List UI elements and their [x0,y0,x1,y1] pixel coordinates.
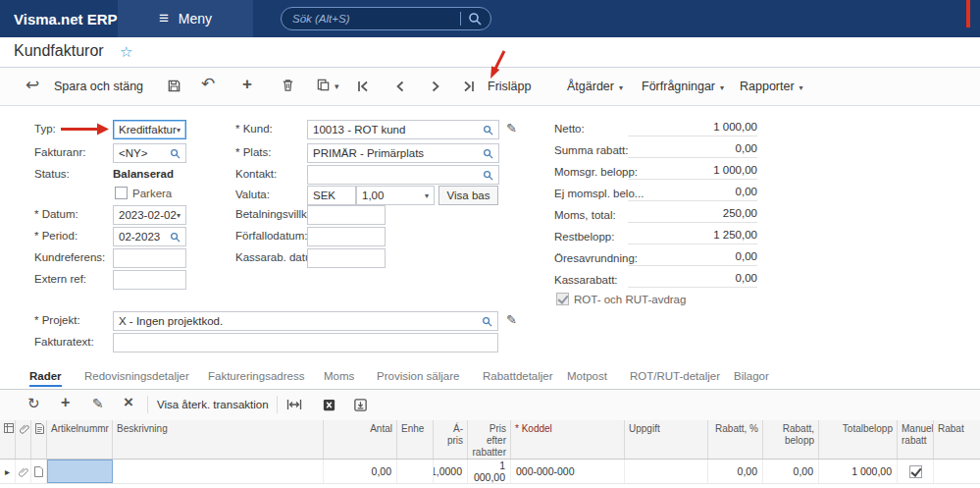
cell-artikelnummer[interactable] [47,460,113,483]
period-field[interactable]: 02-2023 [113,227,186,246]
fakturanr-field[interactable]: <NY> [113,143,186,163]
app-brand-menu[interactable]: Visma.net ERP ▾ [14,0,129,37]
cell-beskrivning[interactable] [113,460,324,483]
betalningsvillkor-input[interactable] [313,209,380,221]
search-icon[interactable] [468,12,482,26]
cell-rabatt-belopp[interactable]: 0,00 [763,460,819,483]
datum-field[interactable]: 2023-02-02 ▾ [113,205,186,225]
kund-field[interactable]: 10013 - ROT kund [307,120,499,139]
export-excel-icon[interactable] [322,398,336,412]
col-header-pris-efter-rabatter[interactable]: Pris efter rabatter [468,420,511,459]
copy-paste-caret-icon[interactable]: ▾ [335,82,339,91]
save-and-close-button[interactable]: Spara och stäng [54,80,143,93]
reports-dropdown[interactable]: Rapporter▾ [740,80,803,93]
col-header-beskrivning[interactable]: Beskrivning [113,420,324,459]
tab-rabattdetaljer[interactable]: Rabattdetaljer [483,370,553,382]
grid-settings-header-cell[interactable] [0,420,16,459]
add-record-icon[interactable]: + [242,76,252,92]
fakturatext-field[interactable] [113,333,498,352]
col-header-rabatt-pct[interactable]: Rabatt, % [708,420,763,459]
betalningsvillkor-field[interactable] [307,205,386,225]
cell-uppgift[interactable] [625,460,708,483]
lookup-icon[interactable] [482,316,492,327]
kassarab-datum-input[interactable] [313,252,380,264]
go-next-icon[interactable] [429,80,442,93]
kassarab-datum-field[interactable] [307,248,386,268]
grid-data-row[interactable]: ▸ 0,00 1,0000 1 000,00 000-000-000 0,00 … [0,460,980,484]
extern-ref-input[interactable] [119,274,181,286]
col-header-rabatt-belopp[interactable]: Rabatt, belopp [763,420,819,459]
tab-bilagor[interactable]: Bilagor [734,370,769,382]
lookup-icon[interactable] [483,170,493,181]
export-file-icon[interactable] [353,398,368,412]
manuell-rabatt-checkbox[interactable] [909,465,922,478]
kundreferens-input[interactable] [119,252,181,264]
visa-bas-button[interactable]: Visa bas [438,186,498,205]
lookup-icon[interactable] [170,232,181,243]
lookup-icon[interactable] [483,148,493,159]
col-header-a-pris[interactable]: Á-pris [434,420,468,459]
main-menu-button[interactable]: ≡ Meny [118,0,253,37]
cell-rabatt-truncated[interactable] [934,460,980,483]
forfallodatum-field[interactable] [307,227,386,246]
tab-motpost[interactable]: Motpost [567,370,607,382]
undo-icon[interactable]: ↶ [201,76,215,92]
col-header-totalbelopp[interactable]: Totalbelopp [819,420,898,459]
row-expand-cell[interactable]: ▸ [0,460,16,483]
tab-rot-rut-detaljer[interactable]: ROT/RUT-detaljer [630,370,720,382]
cell-rabatt-pct[interactable]: 0,00 [708,460,763,483]
plats-field[interactable]: PRIMÄR - Primärplats [307,143,499,163]
back-icon[interactable]: ↩ [26,77,39,93]
actions-dropdown[interactable]: Åtgärder▾ [567,80,623,93]
row-attachment-cell[interactable] [16,460,31,483]
col-header-artikelnummer[interactable]: Artikelnummr [47,420,113,459]
kontakt-input[interactable] [313,169,483,181]
cell-pris-efter-rabatter[interactable]: 1 000,00 [468,460,511,483]
typ-select[interactable]: Kreditfaktura ▾ [113,120,186,139]
copy-paste-icon[interactable] [316,78,331,92]
valuta-rate-field[interactable]: 1,00 ▾ [356,186,435,205]
extern-ref-field[interactable] [113,270,186,290]
go-previous-icon[interactable] [393,80,407,93]
fit-width-icon[interactable] [286,398,302,411]
go-first-icon[interactable] [356,80,370,93]
row-note-cell[interactable] [31,460,47,483]
edit-kund-icon[interactable]: ✎ [506,121,517,136]
search-input[interactable] [290,12,453,26]
forfallodatum-input[interactable] [313,231,380,243]
tab-provision-saljare[interactable]: Provision säljare [377,370,459,382]
col-header-enhet[interactable]: Enhe [397,420,434,459]
save-icon[interactable] [167,79,181,93]
tab-redovisningsdetaljer[interactable]: Redovisningsdetaljer [84,370,189,382]
col-header-antal[interactable]: Antal [324,420,397,459]
tab-moms[interactable]: Moms [324,370,354,382]
edit-row-icon[interactable]: ✎ [92,397,104,410]
cell-manuell-rabatt[interactable] [898,460,934,483]
tab-faktureringsadress[interactable]: Faktureringsadress [208,370,304,382]
col-header-koddel[interactable]: * Koddel [511,420,625,459]
col-header-uppgift[interactable]: Uppgift [625,420,708,459]
lookup-icon[interactable] [170,148,181,159]
calendar-dropdown-icon[interactable]: ▾ [177,211,181,220]
favorite-star-icon[interactable]: ☆ [120,43,132,61]
lookup-icon[interactable] [483,125,493,136]
cell-antal[interactable]: 0,00 [324,460,397,483]
col-header-rabatt-truncated[interactable]: Rabat [934,420,980,459]
cell-koddel[interactable]: 000-000-000 [511,460,625,483]
parkera-checkbox[interactable] [115,187,128,199]
global-search[interactable] [281,7,491,30]
cell-totalbelopp[interactable]: 1 000,00 [819,460,898,483]
go-last-icon[interactable] [462,80,476,93]
projekt-field[interactable]: X - Ingen projektkod. [113,311,498,331]
valuta-currency-field[interactable]: SEK [307,186,356,205]
delete-row-icon[interactable]: × [124,394,133,410]
col-header-manuell-rabatt[interactable]: Manuell rabatt [898,420,934,459]
add-row-icon[interactable]: + [61,395,70,410]
inquiries-dropdown[interactable]: Förfrågningar▾ [642,80,724,93]
visa-aterk-transaktion-button[interactable]: Visa återk. transaktion [157,399,269,410]
delete-icon[interactable] [281,78,295,92]
refresh-icon[interactable]: ↻ [27,396,40,410]
fakturatext-input[interactable] [119,337,492,349]
kontakt-field[interactable] [307,165,499,185]
cell-enhet[interactable] [397,460,434,483]
